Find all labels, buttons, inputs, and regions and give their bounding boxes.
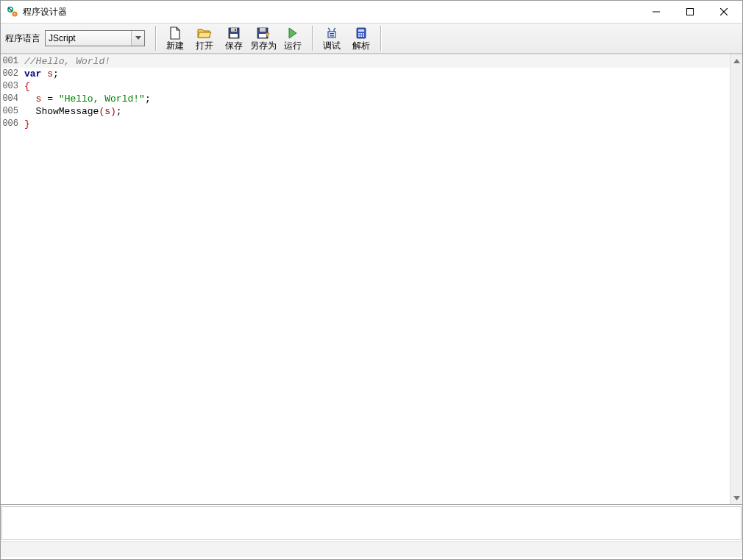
status-panel [1, 505, 742, 559]
svg-rect-17 [330, 35, 334, 37]
app-icon [7, 6, 18, 18]
parse-button[interactable]: 解析 [346, 24, 376, 52]
toolbar-separator [155, 26, 156, 51]
line-number: 005 [1, 105, 23, 118]
minimize-button[interactable] [639, 1, 673, 23]
scroll-up-icon[interactable] [730, 54, 742, 67]
vertical-scrollbar[interactable] [730, 54, 742, 504]
save-button[interactable]: 保存 [219, 24, 249, 52]
scroll-down-icon[interactable] [730, 492, 742, 504]
open-folder-icon [197, 26, 212, 40]
language-select[interactable]: JScript [45, 30, 145, 46]
run-play-icon [285, 26, 300, 40]
svg-rect-22 [363, 33, 364, 35]
close-button[interactable] [707, 1, 741, 23]
editor-wrap: 001//Hello, World!002var s;003{004 s = "… [1, 54, 742, 559]
line-number: 001 [1, 55, 23, 68]
debug-label: 调试 [323, 41, 341, 50]
svg-rect-23 [358, 35, 360, 37]
svg-rect-15 [328, 32, 335, 38]
code-line[interactable]: 004 s = "Hello, World!"; [1, 93, 730, 105]
line-text: //Hello, World! [23, 55, 110, 68]
svg-rect-20 [358, 33, 360, 35]
toolbar: 程序语言 JScript 新建 打开 保存 [1, 23, 742, 54]
new-label: 新建 [166, 41, 184, 50]
window-title: 程序设计器 [23, 6, 67, 18]
status-bar [1, 541, 742, 557]
save-label: 保存 [225, 41, 243, 50]
parse-label: 解析 [352, 41, 370, 50]
svg-rect-25 [363, 35, 364, 37]
saveas-label: 另存为 [250, 41, 277, 50]
app-window: 程序设计器 程序语言 JScript 新建 [0, 0, 743, 560]
toolbar-separator [312, 26, 313, 51]
line-number: 004 [1, 93, 23, 105]
line-number: 003 [1, 80, 23, 93]
svg-rect-10 [230, 34, 238, 38]
code-editor[interactable]: 001//Hello, World!002var s;003{004 s = "… [1, 54, 730, 504]
language-value: JScript [49, 33, 76, 43]
svg-rect-19 [358, 29, 364, 32]
maximize-button[interactable] [673, 1, 707, 23]
svg-rect-24 [360, 35, 362, 37]
code-line[interactable]: 001//Hello, World! [1, 55, 730, 68]
language-label: 程序语言 [4, 32, 45, 45]
debug-button[interactable]: 调试 [317, 24, 346, 52]
saveas-button[interactable]: 另存为 [249, 24, 278, 52]
parse-calc-icon [354, 26, 369, 40]
code-line[interactable]: 003{ [1, 80, 730, 93]
new-file-icon [168, 26, 182, 40]
output-panel[interactable] [1, 506, 742, 540]
editor-area: 001//Hello, World!002var s;003{004 s = "… [1, 54, 742, 505]
code-line[interactable]: 006} [1, 118, 730, 130]
toolbar-separator [380, 26, 381, 51]
line-text: } [23, 118, 30, 130]
code-line[interactable]: 002var s; [1, 68, 730, 80]
open-label: 打开 [196, 41, 213, 50]
run-button[interactable]: 运行 [278, 24, 307, 52]
title-bar[interactable]: 程序设计器 [1, 1, 742, 23]
svg-rect-4 [687, 9, 694, 15]
run-label: 运行 [284, 41, 302, 50]
svg-rect-9 [235, 29, 236, 31]
open-button[interactable]: 打开 [190, 24, 219, 52]
svg-rect-16 [330, 33, 334, 35]
saveas-disk-icon [256, 26, 271, 40]
svg-rect-21 [360, 33, 362, 35]
line-text: var s; [23, 68, 59, 80]
line-text: s = "Hello, World!"; [23, 93, 151, 105]
code-line[interactable]: 005 ShowMessage(s); [1, 105, 730, 118]
debug-icon [324, 26, 339, 40]
dropdown-arrow-icon [131, 31, 144, 46]
svg-rect-13 [260, 28, 266, 32]
new-button[interactable]: 新建 [160, 24, 190, 52]
line-number: 002 [1, 68, 23, 80]
line-number: 006 [1, 118, 23, 130]
line-text: ShowMessage(s); [23, 105, 122, 118]
save-disk-icon [227, 26, 241, 40]
line-text: { [23, 80, 30, 93]
svg-rect-14 [259, 34, 266, 38]
